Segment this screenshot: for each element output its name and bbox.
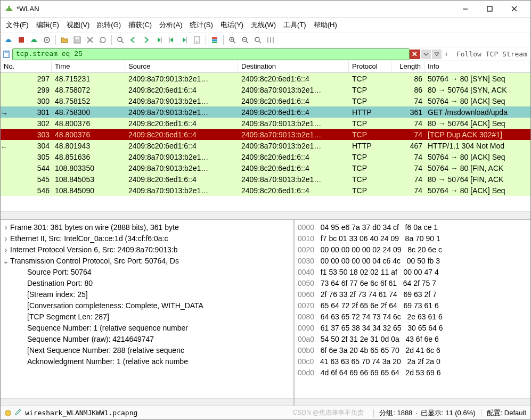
menu-statistics[interactable]: 统计(S) bbox=[190, 20, 213, 30]
resize-columns-icon[interactable] bbox=[265, 34, 276, 46]
tree-item[interactable]: Source Port: 50764 bbox=[2, 267, 292, 278]
zoom-in-icon[interactable] bbox=[226, 34, 238, 46]
hex-row[interactable]: 00a0 54 50 2f 31 2e 31 0d 0a 43 6f 6e 6 bbox=[298, 334, 527, 345]
hex-row[interactable]: 0060 2f 76 33 2f 73 74 61 74 69 63 2f 7 bbox=[298, 289, 527, 300]
tree-item[interactable]: [TCP Segment Len: 287] bbox=[2, 311, 292, 323]
expert-info-led-icon[interactable] bbox=[5, 410, 11, 416]
packet-row[interactable]: 546108.8450902409:8a70:9013:b2e1…2409:8c… bbox=[1, 185, 530, 196]
zoom-reset-icon[interactable] bbox=[252, 34, 264, 46]
packet-details-tree[interactable]: ›Frame 301: 361 bytes on wire (2888 bits… bbox=[1, 220, 293, 398]
packet-row[interactable]: 30048.7581522409:8a70:9013:b2e1…2409:8c2… bbox=[1, 95, 530, 106]
column-header-info[interactable]: Info bbox=[424, 61, 530, 72]
bytes-scrollbar[interactable] bbox=[295, 398, 530, 406]
menu-help[interactable]: 帮助(H) bbox=[314, 20, 337, 30]
menu-go[interactable]: 跳转(G) bbox=[97, 20, 121, 30]
clear-filter-button[interactable]: ✕ bbox=[410, 50, 420, 59]
hex-row[interactable]: 0070 65 64 72 2f 65 6e 2f 64 69 73 61 6 bbox=[298, 300, 527, 311]
packet-row[interactable]: 30348.8003762409:8c20:6ed1:6::42409:8a70… bbox=[1, 129, 530, 140]
go-first-icon[interactable] bbox=[166, 34, 177, 46]
packet-row[interactable]: 29748.7152312409:8a70:9013:b2e1…2409:8c2… bbox=[1, 73, 530, 84]
tree-item[interactable]: ›Frame 301: 361 bytes on wire (2888 bits… bbox=[2, 222, 292, 233]
tree-item[interactable]: ⌄Transmission Control Protocol, Src Port… bbox=[2, 256, 292, 267]
packet-row[interactable]: 545108.8450532409:8c20:6ed1:6::42409:8a7… bbox=[1, 174, 530, 185]
menu-view[interactable]: 视图(V) bbox=[67, 20, 89, 30]
tree-item[interactable]: [Stream index: 25] bbox=[2, 289, 292, 300]
close-button[interactable] bbox=[502, 1, 526, 17]
menu-edit[interactable]: 编辑(E) bbox=[36, 20, 59, 30]
hex-row[interactable]: 0040 f1 53 50 18 02 02 11 af 00 00 47 4 bbox=[298, 267, 527, 278]
packet-row[interactable]: 544108.8033502409:8a70:9013:b2e1…2409:8c… bbox=[1, 162, 530, 174]
start-capture-icon[interactable] bbox=[3, 34, 14, 46]
menu-tools[interactable]: 工具(T) bbox=[283, 20, 306, 30]
restart-capture-icon[interactable] bbox=[28, 34, 40, 46]
zoom-out-icon[interactable] bbox=[239, 34, 251, 46]
capture-options-icon[interactable] bbox=[41, 34, 53, 46]
column-header-source[interactable]: Source bbox=[125, 61, 238, 72]
tree-twisty-icon[interactable]: › bbox=[2, 222, 10, 233]
minimize-button[interactable] bbox=[453, 1, 477, 17]
autoscroll-icon[interactable] bbox=[191, 34, 203, 46]
stop-capture-icon[interactable] bbox=[15, 34, 27, 46]
tree-item[interactable]: Sequence Number: 1 (relative sequence nu… bbox=[2, 323, 292, 334]
window-title: *WLAN bbox=[17, 5, 453, 13]
hex-row[interactable]: 0000 04 95 e6 7a 37 d0 34 cf f6 0a ce 1 bbox=[298, 222, 527, 233]
tree-twisty-icon[interactable]: › bbox=[2, 233, 10, 244]
add-filter-button[interactable]: + bbox=[442, 50, 451, 59]
column-header-no[interactable]: No. bbox=[1, 61, 52, 72]
hex-dump-view[interactable]: 0000 04 95 e6 7a 37 d0 34 cf f6 0a ce 10… bbox=[295, 220, 530, 398]
save-file-icon[interactable] bbox=[71, 34, 83, 46]
packet-row[interactable]: 30548.8516362409:8a70:9013:b2e1…2409:8c2… bbox=[1, 151, 530, 162]
hex-row[interactable]: 0020 00 00 00 00 00 02 24 09 8c 20 6e c bbox=[298, 244, 527, 256]
packet-list-scrollbar[interactable] bbox=[1, 211, 530, 219]
apply-filter-button[interactable] bbox=[432, 50, 442, 59]
close-file-icon[interactable] bbox=[84, 34, 96, 46]
hex-row[interactable]: 0080 64 63 65 72 74 73 74 6c 2e 63 61 6 bbox=[298, 311, 527, 323]
display-filter-input[interactable]: tcp.stream eq 25 bbox=[12, 48, 410, 60]
tree-item[interactable]: Sequence Number (raw): 4214649747 bbox=[2, 334, 292, 345]
status-profile[interactable]: 配置: Default bbox=[487, 408, 526, 418]
packet-row[interactable]: ←30448.8019432409:8c20:6ed1:6::42409:8a7… bbox=[1, 140, 530, 151]
reload-icon[interactable] bbox=[97, 34, 109, 46]
column-header-destination[interactable]: Destination bbox=[238, 61, 349, 72]
tree-item[interactable]: Destination Port: 80 bbox=[2, 278, 292, 289]
column-header-length[interactable]: Length bbox=[391, 61, 424, 72]
filter-bookmark-icon[interactable] bbox=[1, 51, 12, 58]
packet-list-body[interactable]: 29748.7152312409:8a70:9013:b2e1…2409:8c2… bbox=[1, 73, 530, 211]
tree-item[interactable]: ›Ethernet II, Src: IntelCor_0a:ce:1d (34… bbox=[2, 233, 292, 244]
tree-item[interactable]: ›Internet Protocol Version 6, Src: 2409:… bbox=[2, 244, 292, 256]
go-to-packet-icon[interactable] bbox=[153, 34, 165, 46]
go-back-icon[interactable] bbox=[127, 34, 139, 46]
tree-item[interactable]: [Conversation completeness: Complete, WI… bbox=[2, 300, 292, 311]
go-last-icon[interactable] bbox=[178, 34, 190, 46]
colorize-icon[interactable] bbox=[209, 34, 220, 46]
filter-history-dropdown[interactable] bbox=[421, 50, 431, 59]
hex-row[interactable]: 0090 61 37 65 38 34 34 32 65 30 65 64 6 bbox=[298, 323, 527, 334]
packet-row[interactable]: 29948.7580722409:8c20:6ed1:6::42409:8a70… bbox=[1, 84, 530, 95]
follow-tcp-label[interactable]: Follow TCP Stream bbox=[453, 50, 530, 58]
open-file-icon[interactable] bbox=[59, 34, 70, 46]
tree-twisty-icon[interactable]: ⌄ bbox=[2, 256, 10, 267]
details-scrollbar[interactable] bbox=[1, 398, 293, 406]
packet-row[interactable]: →30148.7583002409:8a70:9013:b2e1…2409:8c… bbox=[1, 106, 530, 118]
menu-telephony[interactable]: 电话(Y) bbox=[220, 20, 243, 30]
edit-capture-comment-icon[interactable] bbox=[14, 408, 22, 417]
column-header-protocol[interactable]: Protocol bbox=[349, 61, 391, 72]
menu-file[interactable]: 文件(F) bbox=[6, 20, 29, 30]
packet-row[interactable]: 30248.8003762409:8c20:6ed1:6::42409:8a70… bbox=[1, 118, 530, 129]
menu-capture[interactable]: 捕获(C) bbox=[128, 20, 152, 30]
column-header-time[interactable]: Time bbox=[52, 61, 125, 72]
menu-wireless[interactable]: 无线(W) bbox=[251, 20, 276, 30]
menu-analyze[interactable]: 分析(A) bbox=[159, 20, 182, 30]
tree-item[interactable]: Acknowledgment Number: 1 (relative ack n… bbox=[2, 356, 292, 367]
hex-row[interactable]: 00b0 6f 6e 3a 20 4b 65 65 70 2d 41 6c 6 bbox=[298, 345, 527, 356]
find-packet-icon[interactable] bbox=[115, 34, 126, 46]
tree-twisty-icon[interactable]: › bbox=[2, 244, 10, 256]
hex-row[interactable]: 0050 73 64 6f 77 6e 6c 6f 61 64 2f 75 7 bbox=[298, 278, 527, 289]
hex-row[interactable]: 0030 00 00 00 00 00 04 c6 4c 00 50 fb 3 bbox=[298, 256, 527, 267]
hex-row[interactable]: 00d0 4d 6f 64 69 66 69 65 64 2d 53 69 6 bbox=[298, 367, 527, 378]
tree-item[interactable]: [Next Sequence Number: 288 (relative seq… bbox=[2, 345, 292, 356]
hex-row[interactable]: 0010 f7 bc 01 33 06 40 24 09 8a 70 90 1 bbox=[298, 233, 527, 244]
hex-row[interactable]: 00c0 41 63 63 65 70 74 3a 20 2a 2f 2a 0 bbox=[298, 356, 527, 367]
go-forward-icon[interactable] bbox=[140, 34, 152, 46]
maximize-button[interactable] bbox=[477, 1, 502, 17]
